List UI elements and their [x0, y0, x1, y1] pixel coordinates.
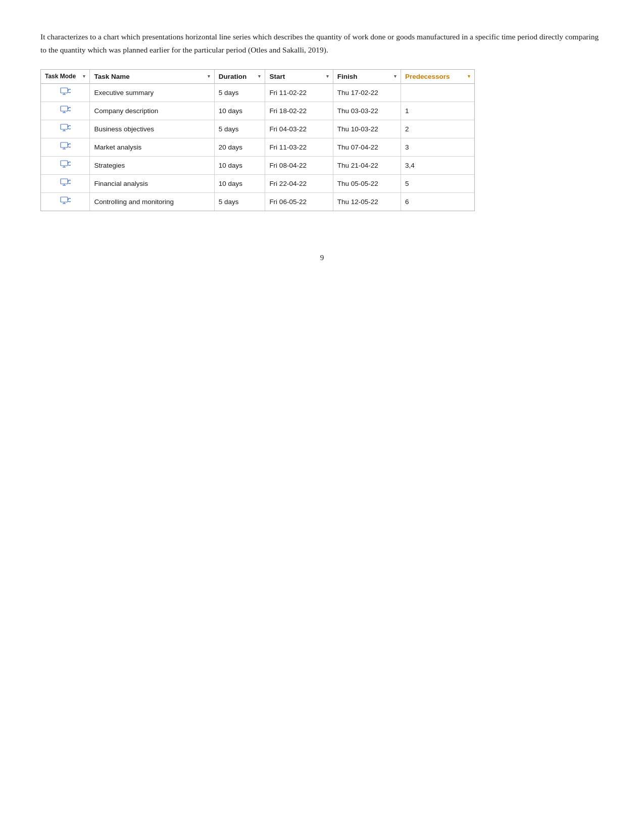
sort-arrow-predecessors: ▾ — [468, 74, 470, 79]
finish-cell: Thu 10-03-22 — [333, 120, 401, 138]
sort-arrow-start: ▾ — [326, 74, 329, 79]
predecessors-cell: 3 — [401, 138, 474, 156]
task-mode-icon — [60, 106, 71, 115]
table-row: Executive summary5 daysFri 11-02-22Thu 1… — [41, 83, 474, 102]
finish-cell: Thu 17-02-22 — [333, 83, 401, 102]
start-cell: Fri 04-03-22 — [265, 120, 333, 138]
table-row: Company description10 daysFri 18-02-22Th… — [41, 102, 474, 120]
sort-arrow-task-name: ▾ — [208, 74, 210, 79]
gantt-table-container: Task Mode ▾ Task Name ▾ Duration ▾ — [40, 69, 475, 211]
task-name-cell: Market analysis — [90, 138, 214, 156]
task-mode-cell — [41, 138, 90, 156]
sort-arrow-finish: ▾ — [394, 74, 397, 79]
header-task-mode[interactable]: Task Mode ▾ — [41, 70, 90, 84]
task-name-cell: Company description — [90, 102, 214, 120]
duration-cell: 10 days — [214, 102, 265, 120]
start-cell: Fri 11-03-22 — [265, 138, 333, 156]
predecessors-cell: 5 — [401, 174, 474, 192]
task-name-cell: Executive summary — [90, 83, 214, 102]
duration-cell: 5 days — [214, 120, 265, 138]
task-mode-icon — [60, 178, 71, 187]
table-row: Controlling and monitoring5 daysFri 06-0… — [41, 192, 474, 211]
table-row: Financial analysis10 daysFri 22-04-22Thu… — [41, 174, 474, 192]
task-mode-icon — [60, 197, 71, 206]
task-mode-icon — [60, 87, 71, 96]
finish-cell: Thu 03-03-22 — [333, 102, 401, 120]
task-mode-icon — [60, 124, 71, 133]
start-cell: Fri 11-02-22 — [265, 83, 333, 102]
task-mode-icon — [60, 160, 71, 169]
intro-paragraph: It characterizes to a chart which presen… — [40, 30, 604, 57]
predecessors-cell: 1 — [401, 102, 474, 120]
task-mode-cell — [41, 192, 90, 211]
sort-arrow-task-mode: ▾ — [83, 74, 85, 79]
task-name-cell: Business objectives — [90, 120, 214, 138]
header-task-name[interactable]: Task Name ▾ — [90, 70, 214, 84]
start-cell: Fri 06-05-22 — [265, 192, 333, 211]
svg-rect-24 — [61, 197, 68, 202]
predecessors-cell: 2 — [401, 120, 474, 138]
start-cell: Fri 22-04-22 — [265, 174, 333, 192]
task-mode-cell — [41, 83, 90, 102]
task-mode-cell — [41, 156, 90, 174]
duration-cell: 5 days — [214, 83, 265, 102]
duration-cell: 10 days — [214, 174, 265, 192]
table-row: Market analysis20 daysFri 11-03-22Thu 07… — [41, 138, 474, 156]
predecessors-cell: 6 — [401, 192, 474, 211]
task-mode-cell — [41, 102, 90, 120]
svg-rect-12 — [61, 142, 68, 148]
sort-arrow-duration: ▾ — [258, 74, 261, 79]
table-row: Strategies10 daysFri 08-04-22Thu 21-04-2… — [41, 156, 474, 174]
header-predecessors[interactable]: Predecessors ▾ — [401, 70, 474, 84]
task-mode-cell — [41, 174, 90, 192]
svg-rect-20 — [61, 179, 68, 184]
gantt-table: Task Mode ▾ Task Name ▾ Duration ▾ — [41, 70, 474, 211]
task-name-cell: Financial analysis — [90, 174, 214, 192]
header-start[interactable]: Start ▾ — [265, 70, 333, 84]
table-header-row: Task Mode ▾ Task Name ▾ Duration ▾ — [41, 70, 474, 84]
page-number: 9 — [40, 254, 604, 262]
task-name-cell: Controlling and monitoring — [90, 192, 214, 211]
task-name-cell: Strategies — [90, 156, 214, 174]
header-finish[interactable]: Finish ▾ — [333, 70, 401, 84]
finish-cell: Thu 21-04-22 — [333, 156, 401, 174]
header-duration[interactable]: Duration ▾ — [214, 70, 265, 84]
svg-rect-16 — [61, 161, 68, 166]
duration-cell: 5 days — [214, 192, 265, 211]
predecessors-cell: 3,4 — [401, 156, 474, 174]
svg-rect-8 — [61, 124, 68, 129]
svg-rect-4 — [61, 106, 68, 111]
table-row: Business objectives5 daysFri 04-03-22Thu… — [41, 120, 474, 138]
duration-cell: 10 days — [214, 156, 265, 174]
start-cell: Fri 18-02-22 — [265, 102, 333, 120]
finish-cell: Thu 05-05-22 — [333, 174, 401, 192]
finish-cell: Thu 12-05-22 — [333, 192, 401, 211]
task-mode-icon — [60, 142, 71, 151]
svg-rect-0 — [61, 88, 68, 93]
finish-cell: Thu 07-04-22 — [333, 138, 401, 156]
duration-cell: 20 days — [214, 138, 265, 156]
task-mode-cell — [41, 120, 90, 138]
predecessors-cell — [401, 83, 474, 102]
start-cell: Fri 08-04-22 — [265, 156, 333, 174]
